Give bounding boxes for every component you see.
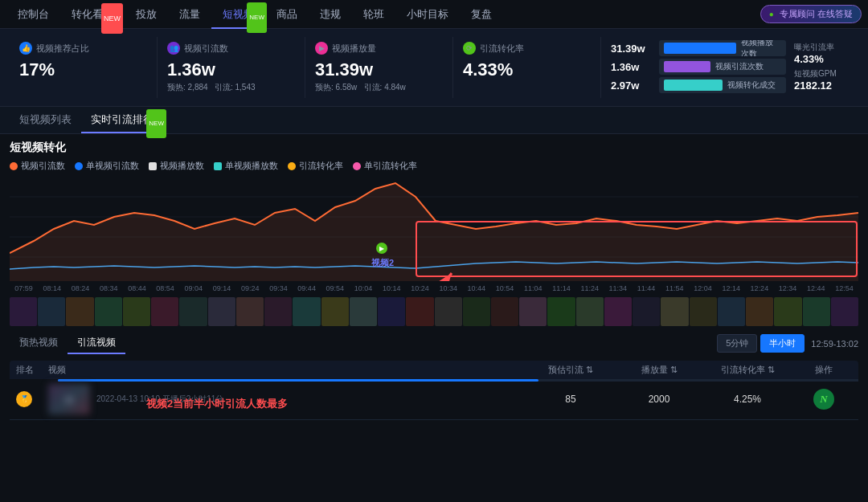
row-play: 2000 — [619, 394, 699, 405]
thumb-23[interactable] — [633, 297, 660, 326]
thumb-20[interactable] — [547, 297, 575, 326]
thumb-1[interactable] — [10, 297, 37, 326]
right-stats-panel: 31.39w 视频播放次数 1.36w 视频引流次数 2.97w — [601, 37, 858, 98]
nav-item-conversion[interactable]: 转化看板 NEW — [60, 0, 125, 29]
rank-gold-badge: 🥇 — [16, 391, 32, 407]
thumb-11[interactable] — [293, 297, 320, 326]
stat-label-recommend: 👍 视频推荐占比 — [19, 42, 147, 55]
legend-dot-single-flow — [75, 162, 83, 170]
right-stat-row-3: 2.97w 视频转化成交 — [611, 77, 786, 93]
thumb-27[interactable] — [746, 297, 773, 326]
stat-card-playcount: ▶ 视频播放量 31.39w 预热: 6.58w 引流: 4.84w — [305, 37, 453, 98]
legend-sq-single-play — [214, 162, 222, 170]
thumb-16[interactable] — [435, 297, 462, 326]
legend-dot-conv-rate — [288, 162, 296, 170]
chart-section: 短视频转化 视频引流数 单视频引流数 视频播放数 单视频播放数 引流转化率 单引… — [0, 134, 868, 328]
legend-sq-play — [149, 162, 157, 170]
svg-marker-4 — [10, 183, 858, 281]
subtab-flow[interactable]: 引流视频 — [68, 333, 125, 354]
stat-value-conv: 4.33% — [463, 59, 591, 80]
flow-icon: 👥 — [167, 42, 180, 55]
nav-item-products[interactable]: 商品 — [265, 0, 309, 29]
nav-item-review[interactable]: 复盘 — [460, 0, 503, 29]
thumb-30[interactable] — [831, 297, 858, 326]
thumb-28[interactable] — [774, 297, 801, 326]
thumb-4[interactable] — [95, 297, 122, 326]
legend-dot-flow — [10, 162, 18, 170]
nlink-button[interactable]: N — [813, 389, 834, 410]
chart-marker: ▶ — [376, 243, 387, 254]
row-progress-bg — [58, 379, 858, 382]
right-stat-val-2: 1.36w — [611, 61, 653, 73]
thumb-5[interactable] — [123, 297, 150, 326]
stat-label-play: ▶ 视频播放量 — [315, 42, 443, 55]
right-stat-row-2: 1.36w 视频引流次数 — [611, 59, 786, 75]
right-stat-bar-1: 视频播放次数 — [659, 40, 786, 56]
thumb-26[interactable] — [718, 297, 745, 326]
thumb-19[interactable] — [519, 297, 547, 326]
tab-realtime-ranking[interactable]: 实时引流排行 NEW — [81, 106, 163, 133]
right-stat-bar-3: 视频转化成交 — [659, 77, 786, 93]
right-stat-fill-1 — [664, 43, 736, 54]
nav-item-shift[interactable]: 轮班 — [352, 0, 395, 29]
thumb-24[interactable] — [661, 297, 688, 326]
expert-btn[interactable]: ● 专属顾问 在线答疑 — [760, 5, 862, 23]
table-row: 🥇 ▓▓ 2022-04-13 10:10 开播后2小时11分 视频2当前半小时… — [10, 379, 858, 420]
row-flow: 85 — [522, 394, 619, 405]
nav-item-shortvideo[interactable]: 短视频 NEW — [211, 0, 265, 29]
sort-play-icon[interactable]: ⇅ — [670, 365, 678, 375]
right-stat-fill-2 — [664, 61, 710, 72]
nav-item-hourly-target[interactable]: 小时目标 — [395, 0, 460, 29]
col-op: 操作 — [796, 364, 852, 376]
time-axis: 07:59 08:14 08:24 08:34 08:44 08:54 09:0… — [10, 281, 858, 296]
thumb-7[interactable] — [179, 297, 207, 326]
annotation-text: 视频2当前半小时引流人数最多 — [146, 397, 288, 411]
main-tabs: 短视频列表 实时引流排行 NEW — [0, 107, 868, 134]
sort-flow-icon[interactable]: ⇅ — [586, 365, 593, 375]
thumb-13[interactable] — [350, 297, 377, 326]
thumb-17[interactable] — [463, 297, 490, 326]
legend-single-flow: 单视频引流数 — [75, 160, 139, 172]
right-stat-bar-2: 视频引流次数 — [659, 59, 786, 75]
thumb-14[interactable] — [378, 297, 405, 326]
thumb-3[interactable] — [66, 297, 93, 326]
thumb-2[interactable] — [38, 297, 65, 326]
stat-card-flow-count: 👥 视频引流数 1.36w 预热: 2,884 引流: 1,543 — [158, 37, 305, 98]
sort-conv-icon[interactable]: ⇅ — [768, 365, 775, 375]
stats-section: 👍 视频推荐占比 17% 👥 视频引流数 1.36w 预热: 2,884 引流:… — [0, 29, 868, 107]
nav-item-console[interactable]: 控制台 — [6, 0, 60, 29]
thumb-8[interactable] — [208, 297, 235, 326]
col-conv: 引流转化率 ⇅ — [699, 364, 796, 376]
new-badge-ranking: NEW — [146, 109, 166, 138]
right-stat-val-1: 31.39w — [611, 43, 653, 55]
legend-single-play: 单视频播放数 — [214, 160, 278, 172]
thumb-21[interactable] — [576, 297, 604, 326]
tab-shortvideo-list[interactable]: 短视频列表 — [10, 106, 81, 133]
thumb-12[interactable] — [321, 297, 349, 326]
nav-item-flow[interactable]: 流量 — [168, 0, 211, 29]
legend-flow: 视频引流数 — [10, 160, 65, 172]
row-op[interactable]: N — [796, 389, 852, 410]
new-badge-conversion: NEW — [101, 3, 123, 34]
chart-legend: 视频引流数 单视频引流数 视频播放数 单视频播放数 引流转化率 单引流转化率 — [10, 160, 858, 172]
stat-label-flow: 👥 视频引流数 — [167, 42, 295, 55]
new-badge-shortvideo: NEW — [247, 2, 267, 33]
thumb-25[interactable] — [690, 297, 717, 326]
thumb-18[interactable] — [491, 297, 518, 326]
nav-item-violations[interactable]: 违规 — [309, 0, 352, 29]
thumbnail-strip — [10, 296, 858, 328]
video-thumbnail: ▓▓ — [48, 384, 90, 414]
thumb-6[interactable] — [151, 297, 178, 326]
col-flow: 预估引流 ⇅ — [522, 364, 619, 376]
subtab-warmup[interactable]: 预热视频 — [10, 333, 68, 354]
thumb-29[interactable] — [803, 297, 830, 326]
thumb-22[interactable] — [604, 297, 632, 326]
chart-area: ▶ 视频2 — [10, 177, 858, 281]
thumb-15[interactable] — [406, 297, 433, 326]
btn-halfhour[interactable]: 半小时 — [760, 334, 805, 353]
thumb-9[interactable] — [236, 297, 264, 326]
btn-5min[interactable]: 5分钟 — [717, 334, 757, 353]
nav-item-placement[interactable]: 投放 — [125, 0, 168, 29]
thumb-10[interactable] — [264, 297, 292, 326]
col-rank: 排名 — [16, 364, 48, 376]
